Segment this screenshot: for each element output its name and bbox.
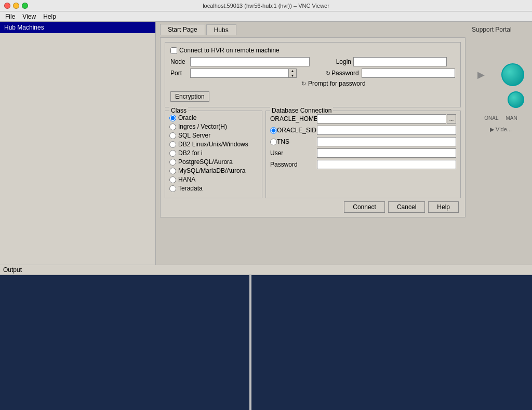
oracle-sid-label: ORACLE_SID [277,127,316,134]
support-portal-label: Support Portal [470,22,532,37]
connect-checkbox-row: Connect to HVR on remote machine [170,47,455,54]
sidebar-item-label: Hub Machines [4,24,44,31]
oracle-home-row: ORACLE_HOME ... [270,114,456,124]
class-hana-row: HANA [169,176,258,183]
encryption-button[interactable]: Encryption [170,91,209,102]
db-password-input[interactable] [317,160,456,169]
menu-file[interactable]: File [2,12,18,21]
node-input[interactable] [190,57,310,66]
connect-checkbox[interactable] [170,47,177,54]
user-input[interactable] [317,148,456,158]
class-hana-radio[interactable] [169,176,176,183]
man-label: MAN [506,115,517,121]
port-label: Port [170,70,190,77]
class-db2linux-label: DB2 Linux/Unix/Windows [178,141,248,148]
port-input[interactable] [190,69,289,78]
bottom-left-panel [0,275,249,410]
circle-teal-1 [501,63,524,86]
class-sqlserver-radio[interactable] [169,132,176,139]
output-bar: Output [0,265,532,275]
circle-teal-2 [508,91,524,108]
bottom-right-panel [251,275,532,410]
tns-radio[interactable] [270,139,277,145]
class-sqlserver-row: SQL Server [169,132,258,139]
class-postgresql-row: PostgreSQL/Aurora [169,158,258,166]
minimize-button[interactable] [13,3,19,9]
video-link[interactable]: ▶ Vide... [490,126,512,133]
tns-label: TNS [277,138,289,145]
connect-button[interactable]: Connect [344,201,385,213]
menu-view[interactable]: View [19,12,39,21]
class-ingres-radio[interactable] [169,124,176,130]
oracle-home-label: ORACLE_HOME [270,115,317,122]
class-oracle-row: Oracle [169,114,258,121]
class-sqlserver-label: SQL Server [178,132,210,139]
title-bar: localhost:59013 (hvr56-hub:1 (hvr)) – VN… [0,0,532,11]
class-teradata-radio[interactable] [169,185,176,192]
class-db2linux-row: DB2 Linux/Unix/Windows [169,141,258,148]
node-label: Node [170,58,190,65]
window-title: localhost:59013 (hvr56-hub:1 (hvr)) – VN… [203,3,329,9]
password-input[interactable] [362,69,455,78]
circles-area: ▶ ONAL MAN ▶ Vide... [470,63,532,133]
class-teradata-row: Teradata [169,185,258,192]
connect-label: Connect to HVR on remote machine [179,47,280,54]
onal-label: ONAL [484,115,498,121]
prompt-label: Prompt for password [308,80,366,87]
oracle-sid-radio[interactable] [270,127,277,134]
password-refresh-icon: ↻ [326,70,330,77]
class-db2i-label: DB2 for i [178,149,203,157]
password-label: Password [331,70,362,77]
db-section: Database Connection ORACLE_HOME ... ORAC… [265,111,461,198]
tab-bar: Start Page Hubs [156,22,470,35]
class-db2i-row: DB2 for i [169,149,258,157]
oracle-home-input[interactable] [317,114,446,124]
bottom-area [0,275,532,410]
tns-row: TNS [270,137,456,146]
class-db2i-radio[interactable] [169,150,176,157]
db-password-label: Password [270,161,317,168]
class-postgresql-label: PostgreSQL/Aurora [178,158,233,166]
tab-hubs[interactable]: Hubs [206,24,236,35]
db-section-label: Database Connection [270,107,333,114]
port-spinner[interactable]: ▲ ▼ [288,69,297,78]
dialog-panel: Connect to HVR on remote machine Node Lo… [160,37,466,217]
class-mysql-radio[interactable] [169,168,176,174]
db-password-row: Password [270,160,456,169]
oracle-home-browse-button[interactable]: ... [447,114,456,124]
help-button[interactable]: Help [428,201,459,213]
class-hana-label: HANA [178,176,195,183]
menu-bar: File View Help [0,11,532,22]
arrow-right-icon: ▶ [477,69,485,80]
class-mysql-label: MySQL/MariaDB/Aurora [178,167,245,174]
login-label: Login [331,58,351,65]
user-row: User [270,148,456,158]
output-label: Output [3,266,22,274]
class-teradata-label: Teradata [178,185,203,192]
class-ingres-label: Ingres / Vector(H) [178,123,227,130]
tab-start-page[interactable]: Start Page [160,24,205,35]
class-mysql-row: MySQL/MariaDB/Aurora [169,167,258,174]
menu-help[interactable]: Help [40,12,59,21]
class-postgresql-radio[interactable] [169,159,176,166]
oracle-sid-input[interactable] [317,126,456,135]
action-buttons: Connect Cancel Help [165,201,461,213]
tns-input[interactable] [317,137,456,146]
class-oracle-label: Oracle [178,114,196,121]
class-section: Class Oracle Ingres / Vector(H) SQL Serv… [165,111,262,198]
window-controls[interactable] [4,3,28,9]
sidebar-item-hub-machines[interactable]: Hub Machines [0,22,155,33]
class-ingres-row: Ingres / Vector(H) [169,123,258,130]
maximize-button[interactable] [22,3,28,9]
close-button[interactable] [4,3,10,9]
cancel-button[interactable]: Cancel [388,201,425,213]
user-label: User [270,149,317,157]
class-db2linux-radio[interactable] [169,141,176,148]
class-db-section: Class Oracle Ingres / Vector(H) SQL Serv… [165,111,461,198]
prompt-refresh-icon: ↻ [301,80,306,87]
class-section-label: Class [169,107,188,114]
class-oracle-radio[interactable] [169,115,176,121]
login-input[interactable] [353,57,447,66]
oracle-sid-row: ORACLE_SID [270,126,456,135]
